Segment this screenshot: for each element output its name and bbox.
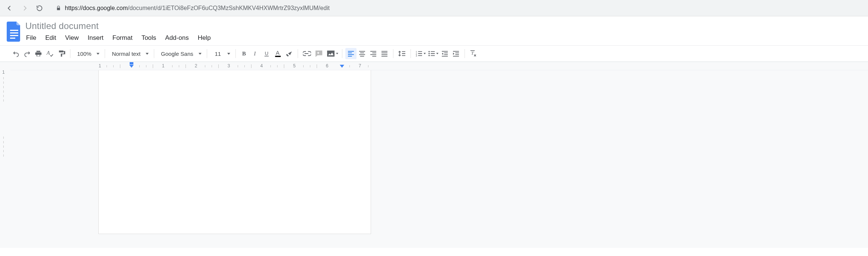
menu-tools[interactable]: Tools (142, 34, 156, 42)
url-text: https://docs.google.com/document/d/1iETO… (65, 5, 864, 12)
line-spacing-button[interactable] (396, 48, 408, 59)
toolbar-separator (235, 49, 236, 58)
menu-insert[interactable]: Insert (88, 34, 104, 42)
menu-help[interactable]: Help (198, 34, 211, 42)
toolbar-separator (342, 49, 342, 58)
toolbar: A 100% Normal text Google Sans 11 B I U … (0, 45, 868, 62)
svg-text:A: A (276, 49, 279, 56)
horizontal-ruler[interactable]: 1 1 2 3 4 5 6 7 (10, 62, 868, 70)
align-left-button[interactable] (345, 48, 357, 59)
browser-reload-button[interactable] (34, 3, 45, 13)
toolbar-separator (465, 49, 465, 58)
align-right-button[interactable] (368, 48, 379, 59)
ruler-mark: 7 (359, 63, 361, 68)
svg-text:3: 3 (416, 54, 417, 57)
insert-link-button[interactable] (301, 48, 313, 59)
print-button[interactable] (33, 48, 44, 59)
chevron-down-icon (146, 53, 149, 55)
svg-rect-0 (10, 30, 18, 31)
toolbar-separator (105, 49, 105, 58)
browser-address-bar: https://docs.google.com/document/d/1iETO… (0, 0, 868, 16)
toolbar-separator (393, 49, 393, 58)
lock-icon (56, 5, 61, 11)
menu-edit[interactable]: Edit (45, 34, 56, 42)
ruler-mark: 3 (228, 63, 230, 68)
ruler-mark: 2 (195, 63, 197, 68)
ruler-mark: 4 (260, 63, 263, 68)
right-indent-marker[interactable] (340, 65, 344, 68)
highlight-color-button[interactable] (283, 48, 295, 59)
svg-text:U: U (265, 51, 269, 56)
toolbar-separator (70, 49, 70, 58)
ruler-mark: 1 (2, 70, 5, 75)
font-family-dropdown[interactable]: Google Sans (157, 48, 204, 59)
toolbar-separator (207, 49, 207, 58)
svg-point-17 (428, 51, 430, 52)
clear-formatting-button[interactable]: T (468, 48, 479, 59)
insert-comment-button[interactable] (313, 48, 325, 59)
toolbar-separator (154, 49, 154, 58)
svg-point-19 (428, 55, 430, 57)
paint-format-button[interactable] (56, 48, 67, 59)
menu-bar: File Edit View Insert Format Tools Add-o… (25, 31, 211, 45)
ruler-mark: 5 (293, 63, 296, 68)
increase-indent-button[interactable] (450, 48, 462, 59)
font-value: Google Sans (161, 51, 193, 57)
left-indent-marker[interactable] (129, 65, 134, 68)
document-title[interactable]: Untitled document (25, 19, 211, 31)
numbered-list-button[interactable]: 123 (414, 48, 427, 59)
ruler-mark: 1 (162, 63, 165, 68)
svg-rect-2 (10, 35, 18, 36)
menu-addons[interactable]: Add-ons (165, 34, 189, 42)
browser-forward-button[interactable] (19, 3, 30, 13)
align-justify-button[interactable] (379, 48, 390, 59)
underline-button[interactable]: U (261, 48, 272, 59)
align-center-button[interactable] (357, 48, 368, 59)
text-color-button[interactable]: A (272, 48, 283, 59)
chevron-down-icon (436, 53, 438, 54)
bulleted-list-button[interactable] (427, 48, 439, 59)
first-line-indent-marker[interactable] (130, 62, 133, 64)
style-value: Normal text (112, 51, 140, 57)
insert-image-button[interactable] (325, 48, 339, 59)
chevron-down-icon (336, 53, 338, 54)
app-header: Untitled document File Edit View Insert … (0, 16, 868, 45)
decrease-indent-button[interactable] (439, 48, 450, 59)
svg-rect-12 (317, 52, 319, 53)
browser-back-button[interactable] (4, 3, 15, 13)
document-page[interactable] (98, 70, 371, 234)
svg-rect-3 (10, 38, 15, 39)
chevron-down-icon (96, 53, 99, 55)
menu-file[interactable]: File (26, 34, 36, 42)
svg-point-18 (428, 53, 430, 54)
toolbar-separator (411, 49, 411, 58)
chevron-down-icon (227, 53, 230, 55)
menu-view[interactable]: View (65, 34, 79, 42)
spellcheck-button[interactable]: A (44, 48, 56, 59)
bold-button[interactable]: B (239, 48, 250, 59)
svg-rect-8 (264, 56, 269, 57)
svg-rect-13 (327, 51, 335, 57)
chevron-down-icon (424, 53, 426, 54)
zoom-dropdown[interactable]: 100% (73, 48, 102, 59)
redo-button[interactable] (22, 48, 33, 59)
toolbar-separator (298, 49, 298, 58)
chevron-down-icon (199, 53, 202, 55)
svg-rect-21 (471, 50, 475, 51)
docs-logo-icon[interactable] (7, 22, 22, 42)
svg-text:I: I (253, 51, 256, 57)
vertical-ruler[interactable]: 1 (0, 62, 10, 248)
ruler-mark: 6 (326, 63, 329, 68)
paragraph-style-dropdown[interactable]: Normal text (108, 48, 151, 59)
svg-rect-10 (275, 56, 281, 57)
svg-text:B: B (242, 51, 246, 57)
menu-format[interactable]: Format (113, 34, 133, 42)
font-size-dropdown[interactable]: 11 (210, 48, 232, 59)
size-value: 11 (214, 51, 222, 57)
undo-button[interactable] (10, 48, 22, 59)
svg-text:T: T (471, 50, 474, 56)
italic-button[interactable]: I (250, 48, 261, 59)
ruler-mark: 1 (99, 63, 101, 68)
zoom-value: 100% (77, 51, 91, 57)
browser-url-field[interactable]: https://docs.google.com/document/d/1iETO… (49, 3, 864, 14)
